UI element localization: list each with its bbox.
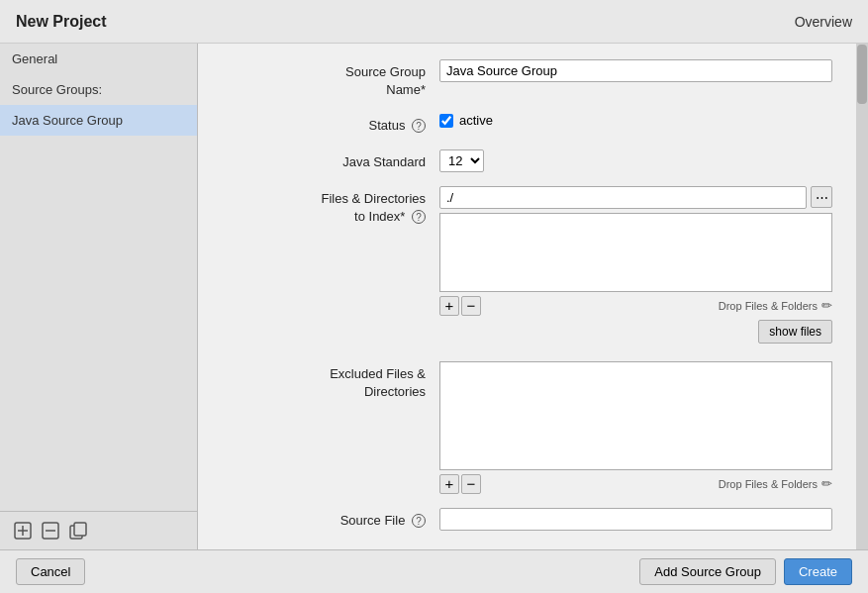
sidebar-item-java-source-group[interactable]: Java Source Group [0, 105, 197, 136]
source-group-name-row: Source GroupName* [222, 59, 832, 99]
source-file-input[interactable] [439, 508, 832, 531]
file-entry-row: ⋯ [439, 186, 832, 209]
remove-excluded-button[interactable]: − [461, 474, 481, 494]
excluded-file-actions-row: + − Drop Files & Folders ✏ [439, 474, 832, 494]
status-row: Status ? active [222, 113, 832, 135]
source-group-name-control [439, 59, 832, 82]
add-source-group-button[interactable]: Add Source Group [639, 558, 776, 585]
add-remove-buttons: + − [439, 296, 481, 316]
add-file-button[interactable]: + [439, 296, 459, 316]
excluded-files-control: + − Drop Files & Folders ✏ [439, 361, 832, 494]
active-label: active [459, 113, 493, 128]
files-directories-help-icon[interactable]: ? [412, 210, 426, 224]
files-directories-control: ⋯ + − Drop Files & Folders ✏ [439, 186, 832, 347]
source-group-name-input[interactable] [439, 59, 832, 82]
svg-rect-6 [74, 523, 86, 536]
excluded-files-row: Excluded Files &Directories + − Drop Fil… [222, 361, 832, 494]
right-buttons: Add Source Group Create [639, 558, 852, 585]
sidebar-bottom-actions [0, 511, 197, 549]
main-area: General Source Groups: Java Source Group [0, 44, 868, 549]
java-standard-select[interactable]: 12 11 10 9 8 [439, 149, 484, 172]
content-panel: Source GroupName* Status ? active [198, 44, 856, 549]
files-directories-row: Files & Directoriesto Index* ? ⋯ + − [222, 186, 832, 347]
page-title: New Project [16, 13, 107, 31]
status-label: Status ? [222, 113, 439, 135]
files-directories-label: Files & Directoriesto Index* ? [222, 186, 439, 226]
sidebar-item-general[interactable]: General [0, 44, 197, 74]
source-file-help-icon[interactable]: ? [412, 514, 426, 528]
remove-source-group-icon-btn[interactable] [40, 520, 61, 542]
sidebar-item-source-groups[interactable]: Source Groups: [0, 74, 197, 105]
remove-file-button[interactable]: − [461, 296, 481, 316]
scrollbar-thumb[interactable] [857, 45, 867, 104]
excluded-pencil-icon[interactable]: ✏ [821, 476, 832, 491]
form-section: Source GroupName* Status ? active [222, 59, 832, 531]
sidebar: General Source Groups: Java Source Group [0, 44, 198, 549]
add-excluded-button[interactable]: + [439, 474, 459, 494]
java-standard-control: 12 11 10 9 8 [439, 149, 832, 172]
top-bar: New Project Overview [0, 0, 868, 44]
source-file-row: Source File ? [222, 508, 832, 531]
active-checkbox[interactable] [439, 114, 453, 128]
source-file-control [439, 508, 832, 531]
status-help-icon[interactable]: ? [412, 119, 426, 133]
file-entry-input[interactable] [439, 186, 807, 209]
excluded-files-label: Excluded Files &Directories [222, 361, 439, 401]
status-control: active [439, 113, 832, 128]
pencil-icon[interactable]: ✏ [821, 298, 832, 313]
excluded-drop-label: Drop Files & Folders ✏ [719, 476, 832, 491]
drop-files-label: Drop Files & Folders ✏ [719, 298, 832, 313]
scrollbar-track[interactable] [856, 44, 868, 549]
status-checkbox-row: active [439, 113, 832, 128]
source-file-label: Source File ? [222, 508, 439, 530]
add-source-group-icon-btn[interactable] [12, 520, 34, 542]
cancel-button[interactable]: Cancel [16, 558, 85, 585]
java-standard-label: Java Standard [222, 149, 439, 171]
overview-link[interactable]: Overview [795, 14, 852, 30]
file-actions-row: + − Drop Files & Folders ✏ [439, 296, 832, 316]
ellipsis-button[interactable]: ⋯ [811, 186, 832, 208]
create-button[interactable]: Create [784, 558, 852, 585]
source-group-name-label: Source GroupName* [222, 59, 439, 99]
copy-source-group-icon-btn[interactable] [67, 520, 89, 542]
java-standard-row: Java Standard 12 11 10 9 8 [222, 149, 832, 172]
show-files-button[interactable]: show files [758, 320, 832, 344]
files-textarea[interactable] [439, 213, 832, 292]
excluded-add-remove-buttons: + − [439, 474, 481, 494]
excluded-files-textarea[interactable] [439, 361, 832, 470]
bottom-bar: Cancel Add Source Group Create [0, 549, 868, 593]
